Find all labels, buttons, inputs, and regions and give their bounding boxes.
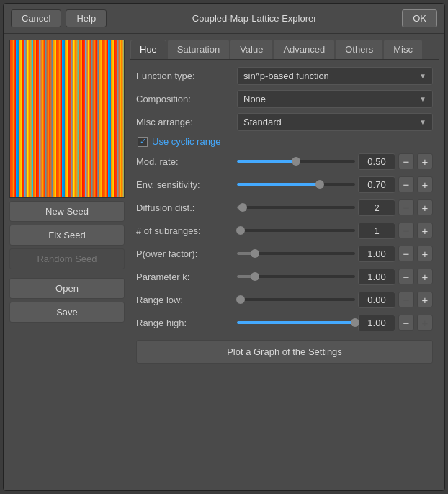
ok-button[interactable]: OK <box>402 9 437 27</box>
env-sensitivity-control: − + <box>237 176 433 193</box>
mod-rate-row: Mod. rate: − + <box>136 151 433 171</box>
power-factor-row: P(ower factor): − + <box>136 243 433 264</box>
mod-rate-input[interactable] <box>358 153 395 170</box>
fix-seed-button[interactable]: Fix Seed <box>9 225 125 246</box>
mod-rate-thumb[interactable] <box>292 157 300 166</box>
preview-image <box>9 40 125 198</box>
num-subranges-slider[interactable] <box>237 223 355 238</box>
num-subranges-track <box>237 229 355 232</box>
num-subranges-thumb[interactable] <box>236 226 245 235</box>
misc-arrange-value: Standard <box>243 117 282 127</box>
misc-arrange-arrow: ▼ <box>419 118 426 126</box>
range-high-thumb[interactable] <box>351 318 359 327</box>
composition-row: Composition: None ▼ <box>136 89 433 109</box>
diffusion-dist-decrement: − <box>398 199 414 215</box>
help-button[interactable]: Help <box>66 9 107 27</box>
misc-arrange-label: Misc arrange: <box>136 117 237 127</box>
env-sensitivity-slider[interactable] <box>237 177 355 192</box>
diffusion-dist-control: − + <box>237 199 433 216</box>
range-low-thumb[interactable] <box>236 295 245 304</box>
diffusion-dist-label: Diffusion dist.: <box>136 202 237 213</box>
env-sensitivity-label: Env. sensitivity: <box>136 179 237 190</box>
num-subranges-decrement: − <box>398 223 414 238</box>
main-window: Cancel Help Coupled-Map-Lattice Explorer… <box>3 3 445 491</box>
cancel-button[interactable]: Cancel <box>11 9 61 27</box>
power-factor-decrement[interactable]: − <box>398 246 414 261</box>
parameter-k-decrement[interactable]: − <box>398 269 414 284</box>
window-title: Coupled-Map-Lattice Explorer <box>111 13 398 24</box>
range-high-input[interactable] <box>358 315 395 331</box>
tab-misc[interactable]: Misc <box>384 40 422 59</box>
power-factor-control: − + <box>237 246 433 262</box>
parameter-k-label: Parameter k: <box>136 271 237 282</box>
tab-others[interactable]: Others <box>336 40 382 59</box>
power-factor-increment[interactable]: + <box>417 246 433 261</box>
parameter-k-slider[interactable] <box>237 269 355 284</box>
env-sensitivity-thumb[interactable] <box>315 180 324 189</box>
range-high-slider[interactable] <box>237 315 355 330</box>
cyclic-range-row: Use cyclic range <box>136 135 433 148</box>
diffusion-dist-input[interactable] <box>358 199 395 216</box>
parameter-k-control: − + <box>237 269 433 285</box>
power-factor-thumb[interactable] <box>251 249 259 258</box>
tab-advanced[interactable]: Advanced <box>274 40 334 59</box>
mod-rate-track <box>237 160 355 163</box>
cyclic-range-checkbox[interactable] <box>138 137 148 147</box>
composition-arrow: ▼ <box>419 95 426 103</box>
mod-rate-control: − + <box>237 153 433 170</box>
tab-value[interactable]: Value <box>230 40 272 59</box>
tabs-bar: Hue Saturation Value Advanced Others Mis… <box>130 40 439 60</box>
titlebar: Cancel Help Coupled-Map-Lattice Explorer… <box>4 4 444 34</box>
range-low-row: Range low: − + <box>136 289 433 310</box>
function-type-value: sin^p-based function <box>243 71 329 81</box>
mod-rate-decrement[interactable]: − <box>398 153 414 169</box>
env-sensitivity-fill <box>237 183 320 186</box>
mod-rate-slider[interactable] <box>237 154 355 169</box>
plot-button[interactable]: Plot a Graph of the Settings <box>136 340 433 364</box>
cyclic-range-label: Use cyclic range <box>152 136 220 147</box>
range-low-increment[interactable]: + <box>417 292 433 307</box>
diffusion-dist-slider[interactable] <box>237 200 355 215</box>
function-type-dropdown[interactable]: sin^p-based function ▼ <box>237 67 433 85</box>
power-factor-input[interactable] <box>358 246 395 262</box>
misc-arrange-row: Misc arrange: Standard ▼ <box>136 112 433 132</box>
num-subranges-input[interactable] <box>358 223 395 239</box>
settings-panel: Function type: sin^p-based function ▼ Co… <box>130 60 439 485</box>
range-high-fill <box>237 321 355 324</box>
range-low-decrement: − <box>398 292 414 307</box>
env-sensitivity-input[interactable] <box>358 176 395 193</box>
range-low-track <box>237 298 355 301</box>
function-type-control: sin^p-based function ▼ <box>237 67 433 85</box>
power-factor-label: P(ower factor): <box>136 248 237 259</box>
range-low-control: − + <box>237 292 433 308</box>
diffusion-dist-thumb[interactable] <box>238 203 247 212</box>
range-high-row: Range high: − + <box>136 313 433 333</box>
power-factor-slider[interactable] <box>237 246 355 261</box>
env-sensitivity-increment[interactable]: + <box>417 176 433 192</box>
function-type-row: Function type: sin^p-based function ▼ <box>136 66 433 86</box>
parameter-k-input[interactable] <box>358 269 395 285</box>
tab-hue[interactable]: Hue <box>130 40 166 59</box>
tab-saturation[interactable]: Saturation <box>168 40 229 59</box>
save-button[interactable]: Save <box>9 302 125 323</box>
random-seed-button: Random Seed <box>9 248 125 269</box>
env-sensitivity-track <box>237 183 355 186</box>
env-sensitivity-row: Env. sensitivity: − + <box>136 174 433 194</box>
range-low-label: Range low: <box>136 295 237 305</box>
diffusion-dist-increment[interactable]: + <box>417 199 433 215</box>
num-subranges-label: # of subranges: <box>136 225 237 236</box>
parameter-k-thumb[interactable] <box>251 272 259 281</box>
range-low-input[interactable] <box>358 292 395 308</box>
composition-label: Composition: <box>136 94 237 104</box>
misc-arrange-dropdown[interactable]: Standard ▼ <box>237 113 433 131</box>
env-sensitivity-decrement[interactable]: − <box>398 176 414 192</box>
left-panel: New Seed Fix Seed Random Seed Open Save <box>9 40 125 485</box>
mod-rate-increment[interactable]: + <box>417 153 433 169</box>
range-low-slider[interactable] <box>237 292 355 307</box>
num-subranges-increment[interactable]: + <box>417 223 433 238</box>
open-button[interactable]: Open <box>9 278 125 299</box>
composition-dropdown[interactable]: None ▼ <box>237 90 433 108</box>
parameter-k-increment[interactable]: + <box>417 269 433 284</box>
new-seed-button[interactable]: New Seed <box>9 201 125 222</box>
range-high-decrement[interactable]: − <box>398 315 414 331</box>
